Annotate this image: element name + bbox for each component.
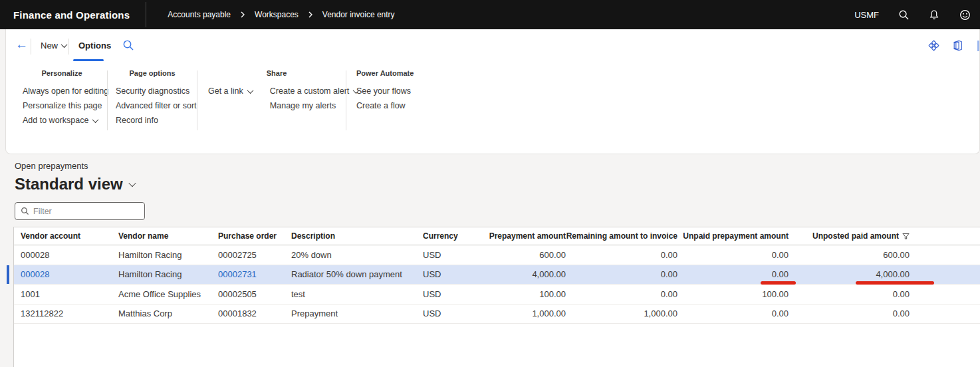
breadcrumb-vendor-invoice-entry[interactable]: Vendor invoice entry [322,10,395,19]
cell-prepayment-amount: 100.00 [493,289,566,299]
search-icon [21,207,29,215]
cell-description: Prepayment [291,308,423,318]
cell-remaining-amount-to-invoice: 0.00 [566,289,677,299]
cell-prepayment-amount: 4,000.00 [493,269,566,279]
menu-item-security-diagnostics[interactable]: Security diagnostics [116,86,189,96]
chevron-down-icon [61,41,68,48]
new-button-label: New [41,41,58,51]
cell-vendor-account: 000028 [21,250,118,260]
menu-item-record-info[interactable]: Record info [116,116,189,125]
grid-filter [15,202,145,220]
smiley-icon[interactable] [959,9,971,21]
menu-item-add-to-workspace[interactable]: Add to workspace [23,116,101,125]
cell-currency: USD [423,289,493,299]
column-header-vendor-account[interactable]: Vendor account [21,231,118,241]
bell-icon[interactable] [928,9,940,21]
menu-group-share: Share Get a link Create a custom alert M… [208,69,345,116]
menu-item-get-a-link[interactable]: Get a link [208,86,253,96]
breadcrumb-workspaces[interactable]: Workspaces [255,10,299,19]
view-selector[interactable]: Standard view [15,175,135,193]
cell-unpaid-prepayment-amount: 0.00 [677,308,789,318]
chevron-down-icon [247,87,253,94]
cell-description: test [291,289,423,299]
cell-unpaid-prepayment-amount: 100.00 [677,289,789,299]
active-tab-underline [73,59,104,61]
column-header-remaining-amount-to-invoice[interactable]: Remaining amount to invoice [566,231,677,241]
menu-item-personalize-this-page[interactable]: Personalize this page [23,101,101,110]
cell-purchase-order-link[interactable]: 00002731 [218,269,291,279]
clipped-icon [977,41,979,51]
cell-purchase-order: 00002505 [218,289,291,299]
cell-vendor-name: Hamilton Racing [118,269,218,279]
menu-divider [107,70,108,130]
cell-currency: USD [423,250,493,260]
column-header-currency[interactable]: Currency [423,231,493,241]
cell-unpaid-prepayment-amount: 0.00 [677,269,789,279]
search-icon[interactable] [898,9,910,21]
chevron-down-icon [128,180,136,187]
actionbar-search-icon[interactable] [122,39,134,51]
filter-input[interactable] [33,207,133,216]
open-prepayments-grid: Vendor account Vendor name Purchase orde… [13,227,980,367]
back-arrow-icon[interactable]: ← [15,37,28,52]
filter-funnel-icon[interactable] [902,233,910,240]
cell-remaining-amount-to-invoice: 0.00 [566,250,677,260]
cell-prepayment-amount: 600.00 [493,250,566,260]
topbar-divider [146,2,146,27]
cell-purchase-order: 00002725 [218,250,291,260]
menu-group-title: Personalize [23,69,101,77]
menu-item-create-a-flow[interactable]: Create a flow [356,101,416,110]
menu-group-title: Page options [116,69,189,77]
action-bar: ← New Options [6,29,979,64]
app-title: Finance and Operations [0,9,146,21]
cell-vendor-account: 1001 [21,289,118,299]
menu-item-advanced-filter-or-sort[interactable]: Advanced filter or sort [116,101,189,110]
column-header-purchase-order[interactable]: Purchase order [218,231,291,241]
menu-item-always-open-for-editing[interactable]: Always open for editing [23,86,101,96]
company-selector[interactable]: USMF [854,10,879,20]
options-tab-label: Options [78,41,111,51]
menu-item-see-your-flows[interactable]: See your flows [356,86,416,96]
diamond-grid-icon[interactable] [927,39,940,52]
open-in-office-icon[interactable] [952,40,963,51]
topbar-right-controls: USMF [854,9,980,21]
red-annotation-underline [856,281,934,285]
section-label: Open prepayments [15,161,88,171]
breadcrumb: Accounts payable Workspaces Vendor invoi… [168,10,394,19]
cell-unposted-paid-amount: 0.00 [789,308,910,318]
cell-vendor-name: Acme Office Supplies [118,289,218,299]
column-header-description[interactable]: Description [291,231,423,241]
column-header-vendor-name[interactable]: Vendor name [118,231,218,241]
cell-vendor-account: 132112822 [21,308,118,318]
table-row[interactable]: 1001 Acme Office Supplies 00002505 test … [14,285,980,305]
cell-prepayment-amount: 1,000.00 [493,308,566,318]
cell-remaining-amount-to-invoice: 1,000.00 [566,308,677,318]
column-header-unpaid-prepayment-amount[interactable]: Unpaid prepayment amount [677,231,789,241]
cell-vendor-name: Matthias Corp [118,308,218,318]
cell-purchase-order: 00001832 [218,308,291,318]
menu-group-title: Power Automate [356,69,416,77]
table-row[interactable]: 132112822 Matthias Corp 00001832 Prepaym… [14,305,980,324]
tab-options[interactable]: Options [78,41,111,51]
red-annotation-underline [761,281,796,285]
column-header-prepayment-amount[interactable]: Prepayment amount [493,231,566,241]
cell-unposted-paid-amount: 0.00 [789,289,910,299]
new-button[interactable]: New [41,41,66,51]
actionbar-divider [31,39,31,55]
menu-group-power-automate: Power Automate See your flows Create a f… [356,69,416,116]
cell-vendor-account[interactable]: 000028 [21,269,118,279]
cell-unposted-paid-amount: 4,000.00 [789,269,910,279]
menu-divider [346,70,346,130]
table-row-selected[interactable]: 000028 Hamilton Racing 00002731 Radiator… [14,265,980,285]
table-row[interactable]: 000028 Hamilton Racing 00002725 20% down… [14,245,980,265]
chevron-down-icon [92,116,99,123]
cell-unpaid-prepayment-amount: 0.00 [677,250,789,260]
column-header-unposted-paid-amount[interactable]: Unposted paid amount [789,231,910,241]
breadcrumb-accounts-payable[interactable]: Accounts payable [168,10,231,19]
chevron-right-icon [307,11,314,18]
chevron-right-icon [239,11,246,18]
cell-currency: USD [423,269,493,279]
cell-description: Radiator 50% down payment [291,269,423,279]
cell-currency: USD [423,308,493,318]
actionbar-divider [68,39,69,55]
